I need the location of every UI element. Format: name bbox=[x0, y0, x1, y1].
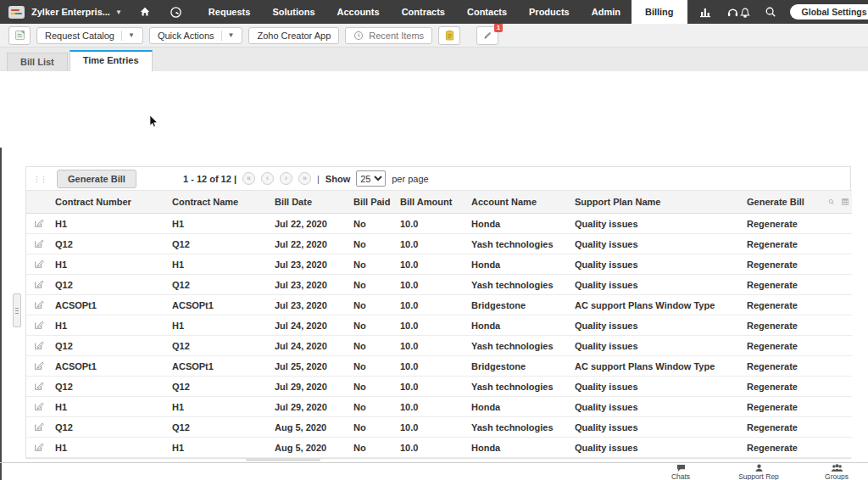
app-logo[interactable] bbox=[8, 6, 25, 19]
cell-generate-bill[interactable]: Regenerate bbox=[743, 234, 825, 254]
edit-row-icon[interactable] bbox=[34, 360, 44, 371]
quick-actions-dropdown[interactable]: Quick Actions ▼ bbox=[149, 27, 243, 44]
nav-item-accounts[interactable]: Accounts bbox=[326, 0, 391, 24]
edit-cell[interactable] bbox=[26, 336, 52, 356]
table-row[interactable]: H1H1Jul 23, 2020No10.0HondaQuality issue… bbox=[26, 254, 852, 275]
edit-row-icon[interactable] bbox=[34, 238, 44, 248]
edit-cell[interactable] bbox=[26, 275, 52, 295]
cell-generate-bill[interactable]: Regenerate bbox=[743, 214, 825, 234]
next-page-icon[interactable]: › bbox=[280, 172, 292, 185]
prev-page-icon[interactable]: ‹ bbox=[261, 172, 274, 185]
regenerate-link[interactable]: Regenerate bbox=[747, 260, 798, 270]
edit-row-icon[interactable] bbox=[34, 401, 44, 411]
cell-generate-bill[interactable]: Regenerate bbox=[743, 275, 825, 295]
column-search-icon[interactable] bbox=[828, 197, 835, 207]
request-template-icon[interactable] bbox=[8, 26, 31, 45]
regenerate-link[interactable]: Regenerate bbox=[747, 280, 798, 290]
regenerate-link[interactable]: Regenerate bbox=[747, 422, 798, 433]
headset-icon[interactable] bbox=[726, 6, 739, 18]
org-name[interactable]: Zylker Enterpris... bbox=[31, 7, 110, 17]
edit-row-icon[interactable] bbox=[34, 279, 44, 289]
regenerate-link[interactable]: Regenerate bbox=[747, 219, 798, 229]
regenerate-link[interactable]: Regenerate bbox=[747, 402, 798, 412]
reports-chart-icon[interactable] bbox=[699, 6, 713, 18]
nav-item-contracts[interactable]: Contracts bbox=[391, 0, 456, 24]
generate-bill-button[interactable]: Generate Bill bbox=[57, 170, 136, 188]
edit-cell[interactable] bbox=[26, 356, 52, 377]
table-row[interactable]: Q12Q12Aug 5, 2020No10.0Yash technologies… bbox=[26, 417, 852, 438]
search-icon[interactable] bbox=[765, 6, 776, 18]
regenerate-link[interactable]: Regenerate bbox=[747, 300, 798, 310]
chevron-down-icon[interactable]: ▼ bbox=[115, 8, 122, 16]
global-settings-button[interactable]: Global Settings bbox=[790, 4, 868, 20]
tab-bill-list[interactable]: Bill List bbox=[7, 53, 68, 71]
dock-item-support-rep[interactable]: Support Rep bbox=[732, 464, 785, 480]
cell-generate-bill[interactable]: Regenerate bbox=[743, 438, 825, 458]
edit-cell[interactable] bbox=[26, 417, 52, 438]
home-icon[interactable] bbox=[139, 6, 151, 18]
table-row[interactable]: H1H1Jul 24, 2020No10.0HondaQuality issue… bbox=[26, 315, 852, 336]
column-header-contract-number[interactable]: Contract Number bbox=[52, 191, 169, 214]
edit-row-icon[interactable] bbox=[34, 299, 44, 310]
nav-item-admin[interactable]: Admin bbox=[581, 0, 632, 24]
page-size-select[interactable]: 25 bbox=[356, 170, 386, 187]
cell-generate-bill[interactable]: Regenerate bbox=[743, 377, 825, 397]
nav-item-requests[interactable]: Requests bbox=[198, 0, 262, 24]
nav-item-products[interactable]: Products bbox=[518, 0, 581, 24]
nav-item-contacts[interactable]: Contacts bbox=[456, 0, 518, 24]
table-row[interactable]: ACSOPt1ACSOPt1Jul 23, 2020No10.0Bridgest… bbox=[26, 295, 852, 315]
table-row[interactable]: Q12Q12Jul 22, 2020No10.0Yash technologie… bbox=[26, 234, 852, 254]
edit-row-icon[interactable] bbox=[34, 442, 44, 452]
edit-row-icon[interactable] bbox=[34, 421, 44, 432]
table-row[interactable]: ACSOPt1ACSOPt1Jul 25, 2020No10.0Bridgest… bbox=[26, 356, 852, 377]
zoho-creator-app-button[interactable]: Zoho Creator App bbox=[248, 27, 339, 44]
clipboard-icon[interactable] bbox=[438, 26, 460, 45]
column-header-bill-date[interactable]: Bill Date bbox=[271, 191, 350, 214]
edit-cell[interactable] bbox=[26, 295, 52, 315]
horizontal-scrollbar[interactable] bbox=[246, 458, 320, 461]
cell-generate-bill[interactable]: Regenerate bbox=[743, 397, 825, 417]
dock-item-chats[interactable]: Chats bbox=[654, 464, 707, 480]
cell-generate-bill[interactable]: Regenerate bbox=[743, 295, 825, 315]
regenerate-link[interactable]: Regenerate bbox=[747, 341, 798, 351]
notifications-bell-icon[interactable] bbox=[739, 6, 751, 19]
column-header-support-plan-name[interactable]: Support Plan Name bbox=[571, 191, 743, 214]
nav-item-billing-active[interactable]: Billing bbox=[632, 0, 687, 24]
first-page-icon[interactable]: « bbox=[242, 172, 255, 185]
cell-generate-bill[interactable]: Regenerate bbox=[743, 356, 825, 377]
column-header-bill-amount[interactable]: Bill Amount bbox=[397, 191, 468, 214]
column-header-contract-name[interactable]: Contract Name bbox=[169, 191, 271, 214]
edit-row-icon[interactable] bbox=[34, 259, 44, 269]
table-row[interactable]: H1H1Aug 5, 2020No10.0HondaQuality issues… bbox=[26, 438, 852, 458]
edit-row-icon[interactable] bbox=[34, 340, 44, 350]
edit-cell[interactable] bbox=[26, 214, 52, 234]
cell-generate-bill[interactable]: Regenerate bbox=[743, 254, 825, 275]
table-row[interactable]: H1H1Jul 29, 2020No10.0HondaQuality issue… bbox=[26, 397, 852, 417]
edit-cell[interactable] bbox=[26, 397, 52, 417]
edit-cell[interactable] bbox=[26, 438, 52, 458]
recent-items-button[interactable]: Recent Items bbox=[345, 27, 432, 44]
edit-cell[interactable] bbox=[26, 315, 52, 336]
table-row[interactable]: Q12Q12Jul 23, 2020No10.0Yash technologie… bbox=[26, 275, 852, 295]
drag-handle-icon[interactable]: ⋮⋮ bbox=[33, 175, 47, 183]
cell-generate-bill[interactable]: Regenerate bbox=[743, 315, 825, 336]
nav-item-solutions[interactable]: Solutions bbox=[261, 0, 326, 24]
table-row[interactable]: Q12Q12Jul 24, 2020No10.0Yash technologie… bbox=[26, 336, 852, 356]
edit-cell[interactable] bbox=[26, 377, 52, 397]
edit-cell[interactable] bbox=[26, 234, 52, 254]
dashboard-gauge-icon[interactable] bbox=[170, 6, 182, 19]
column-header-generate-bill[interactable]: Generate Bill bbox=[743, 191, 825, 214]
regenerate-link[interactable]: Regenerate bbox=[747, 361, 798, 371]
cell-generate-bill[interactable]: Regenerate bbox=[743, 417, 825, 438]
table-row[interactable]: H1H1Jul 22, 2020No10.0HondaQuality issue… bbox=[26, 214, 852, 234]
column-header-bill-paid[interactable]: Bill Paid bbox=[350, 191, 397, 214]
dock-item-groups[interactable]: Groups bbox=[810, 464, 863, 480]
regenerate-link[interactable]: Regenerate bbox=[747, 239, 798, 249]
edit-row-icon[interactable] bbox=[34, 320, 44, 330]
request-catalog-dropdown[interactable]: Request Catalog ▼ bbox=[36, 27, 143, 44]
regenerate-link[interactable]: Regenerate bbox=[747, 382, 798, 392]
table-row[interactable]: Q12Q12Jul 29, 2020No10.0Yash technologie… bbox=[26, 377, 852, 397]
announcements-pen-icon[interactable]: 1 bbox=[476, 26, 498, 45]
column-header-account-name[interactable]: Account Name bbox=[468, 191, 571, 214]
tab-time-entries[interactable]: Time Entries bbox=[70, 50, 153, 71]
